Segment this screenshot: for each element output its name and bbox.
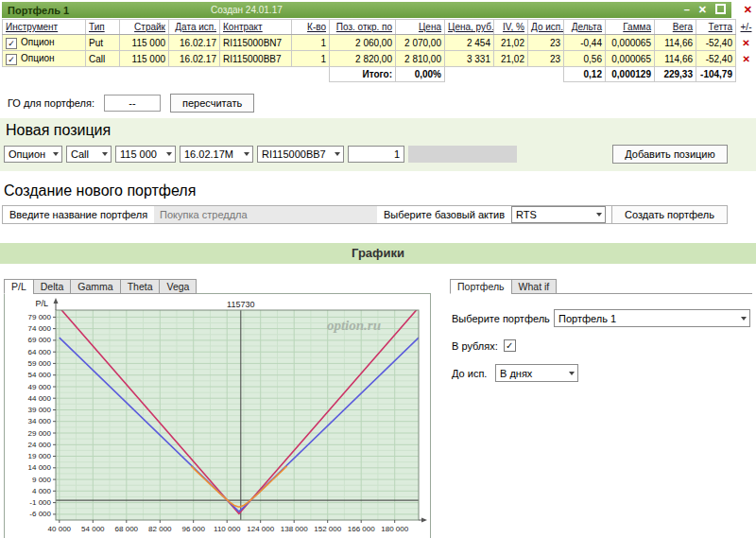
svg-text:-1 000: -1 000 xyxy=(29,498,51,507)
base-asset-label: Выберите базовый актив xyxy=(377,206,511,223)
days-select[interactable]: В днях xyxy=(495,364,578,382)
col-header-iv[interactable]: IV, % xyxy=(494,20,528,35)
direction-select[interactable]: Call xyxy=(66,146,112,163)
dropdown-arrow-icon xyxy=(244,152,249,156)
tab-theta[interactable]: Theta xyxy=(120,279,161,294)
go-value-box: -- xyxy=(104,95,161,112)
svg-text:138 000: 138 000 xyxy=(281,525,308,533)
add-position-button[interactable]: Добавить позицию xyxy=(612,145,728,164)
minimize-button[interactable]: – xyxy=(684,5,690,15)
dropdown-arrow-icon xyxy=(166,152,172,156)
portfolio-select-value: Портфель 1 xyxy=(558,313,616,324)
svg-text:79 000: 79 000 xyxy=(28,313,52,321)
totals-gamma: 0,000129 xyxy=(606,67,655,82)
col-header-theta[interactable]: Тетта xyxy=(696,20,736,35)
chart-box: option.ru11573079 00074 00069 00064 0005… xyxy=(4,293,431,538)
position-row: ✓Опцион Put 115 000 16.02.17 RI115000BN7… xyxy=(3,35,756,51)
close-button[interactable]: ✕ xyxy=(698,5,707,15)
portfolio-select[interactable]: Портфель 1 xyxy=(554,309,750,327)
days-select-value: В днях xyxy=(500,368,532,379)
create-portfolio-button[interactable]: Создать портфель xyxy=(611,206,727,223)
cell-days: 23 xyxy=(528,35,564,51)
cell-delete: ✕ xyxy=(736,35,756,51)
contract-select-value: RI115000BB7 xyxy=(262,148,326,160)
portfolio-name-input[interactable] xyxy=(154,206,377,223)
contract-select[interactable]: RI115000BB7 xyxy=(257,146,344,163)
delete-row-button[interactable]: ✕ xyxy=(743,54,750,64)
tab-pl[interactable]: P/L xyxy=(4,279,34,294)
totals-delta: 0,12 xyxy=(564,67,606,82)
recalc-button[interactable]: пересчитать xyxy=(170,94,254,113)
chart-tabs: P/L Delta Gamma Theta Vega xyxy=(4,279,431,294)
chart-axis-label: P/L xyxy=(35,299,48,308)
col-header-strike[interactable]: Страйк xyxy=(120,20,169,35)
tab-delta[interactable]: Delta xyxy=(33,279,72,294)
instrument-label: Опцион xyxy=(21,53,55,63)
col-header-days[interactable]: До исп. xyxy=(528,20,564,35)
base-asset-select[interactable]: RTS xyxy=(511,206,606,223)
dropdown-arrow-icon xyxy=(741,317,747,321)
portfolio-select-row: Выберите портфель Портфель 1 xyxy=(452,309,750,327)
portfolio-titlebar: Портфель 1 Создан 24.01.17 – ✕ xyxy=(2,2,731,18)
resize-button[interactable] xyxy=(715,4,726,16)
cell-qty[interactable]: 1 xyxy=(292,35,330,51)
tab-gamma[interactable]: Gamma xyxy=(70,279,120,294)
days-label: До исп. xyxy=(452,368,495,379)
tab-portfolio[interactable]: Портфель xyxy=(450,279,512,294)
new-position-controls: Опцион Call 115 000 16.02.17M RI115000BB… xyxy=(4,145,752,164)
cell-price: 2 810,00 xyxy=(396,51,445,67)
svg-text:34 000: 34 000 xyxy=(28,417,52,425)
positions-table: Инструмент Тип Страйк Дата исп. Контракт… xyxy=(2,19,756,82)
col-header-instrument[interactable]: Инструмент xyxy=(3,20,86,35)
strike-select[interactable]: 115 000 xyxy=(115,146,176,163)
settings-tabs: Портфель What if xyxy=(450,279,752,294)
col-header-delta[interactable]: Дельта xyxy=(564,20,606,35)
col-header-vega[interactable]: Вега xyxy=(655,20,696,35)
col-header-exp-date[interactable]: Дата исп. xyxy=(169,20,220,35)
totals-iv: 0,00% xyxy=(396,67,445,82)
svg-text:49 000: 49 000 xyxy=(28,383,52,391)
delete-row-button[interactable]: ✕ xyxy=(742,38,749,48)
svg-text:69 000: 69 000 xyxy=(28,336,52,344)
expiry-select[interactable]: 16.02.17M xyxy=(180,146,253,163)
col-header-contract[interactable]: Контракт xyxy=(220,20,292,35)
dropdown-arrow-icon xyxy=(53,152,59,156)
quantity-input[interactable] xyxy=(348,146,404,163)
go-row: ГО для портфеля: -- пересчитать xyxy=(8,94,756,113)
instrument-select[interactable]: Опцион xyxy=(4,146,62,163)
price-marker-label: 115730 xyxy=(227,300,254,309)
svg-text:68 000: 68 000 xyxy=(115,525,139,533)
cell-open-pos[interactable]: 2 820,00 xyxy=(330,51,396,67)
cell-qty[interactable]: 1 xyxy=(292,51,330,67)
cell-contract: RI115000BB7 xyxy=(220,51,292,67)
svg-text:96 000: 96 000 xyxy=(181,525,205,533)
cell-strike: 115 000 xyxy=(120,35,169,51)
col-header-price-rub[interactable]: Цена, руб. xyxy=(445,20,494,35)
cell-theta: -52,40 xyxy=(696,51,736,67)
table-header-row: Инструмент Тип Страйк Дата исп. Контракт… xyxy=(3,20,756,35)
maximize-icon xyxy=(715,4,726,14)
col-header-open-pos[interactable]: Поз. откр. по xyxy=(330,20,396,35)
tab-whatif[interactable]: What if xyxy=(511,279,558,294)
svg-text:180 000: 180 000 xyxy=(381,525,408,533)
col-header-qty[interactable]: К-во xyxy=(292,20,330,35)
go-label: ГО для портфеля: xyxy=(8,97,94,109)
rubles-checkbox[interactable]: ✓ xyxy=(504,339,516,352)
svg-text:124 000: 124 000 xyxy=(247,525,274,533)
svg-text:29 000: 29 000 xyxy=(28,429,52,438)
panel-close-button[interactable]: ✕ xyxy=(744,4,752,16)
cell-price: 2 070,00 xyxy=(396,35,445,51)
settings-content: Выберите портфель Портфель 1 В рублях: ✓… xyxy=(450,293,752,382)
col-header-price[interactable]: Цена xyxy=(396,20,445,35)
cell-price-rub: 2 454 xyxy=(445,35,494,51)
rubles-row: В рублях: ✓ xyxy=(452,339,750,352)
col-header-plusminus[interactable]: +/- xyxy=(736,20,756,35)
cell-exp-date: 16.02.17 xyxy=(169,35,220,51)
row-checkbox[interactable]: ✓ xyxy=(6,54,17,65)
svg-text:54 000: 54 000 xyxy=(28,371,52,379)
col-header-gamma[interactable]: Гамма xyxy=(606,20,655,35)
row-checkbox[interactable]: ✓ xyxy=(6,38,17,49)
col-header-type[interactable]: Тип xyxy=(86,20,120,35)
cell-open-pos[interactable]: 2 060,00 xyxy=(330,35,396,51)
tab-vega[interactable]: Vega xyxy=(159,279,197,294)
